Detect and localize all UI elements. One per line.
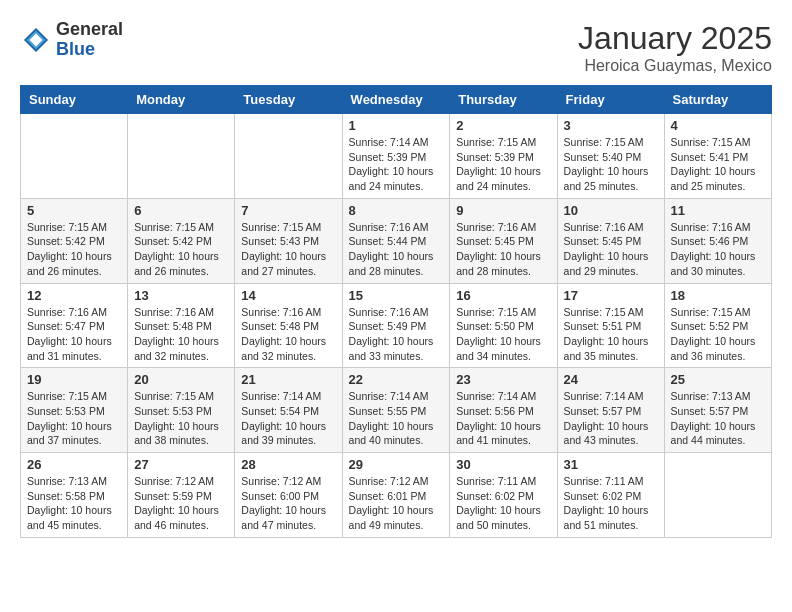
day-number: 16 [456,288,550,303]
table-row: 6Sunrise: 7:15 AM Sunset: 5:42 PM Daylig… [128,198,235,283]
day-number: 27 [134,457,228,472]
day-info: Sunrise: 7:14 AM Sunset: 5:57 PM Dayligh… [564,389,658,448]
table-row: 29Sunrise: 7:12 AM Sunset: 6:01 PM Dayli… [342,453,450,538]
day-info: Sunrise: 7:14 AM Sunset: 5:39 PM Dayligh… [349,135,444,194]
table-row: 13Sunrise: 7:16 AM Sunset: 5:48 PM Dayli… [128,283,235,368]
day-number: 23 [456,372,550,387]
calendar-day-header: Sunday [21,86,128,114]
calendar-table: SundayMondayTuesdayWednesdayThursdayFrid… [20,85,772,538]
day-number: 14 [241,288,335,303]
day-info: Sunrise: 7:13 AM Sunset: 5:58 PM Dayligh… [27,474,121,533]
day-info: Sunrise: 7:16 AM Sunset: 5:48 PM Dayligh… [241,305,335,364]
calendar-day-header: Wednesday [342,86,450,114]
calendar-day-header: Thursday [450,86,557,114]
table-row: 21Sunrise: 7:14 AM Sunset: 5:54 PM Dayli… [235,368,342,453]
calendar-header-row: SundayMondayTuesdayWednesdayThursdayFrid… [21,86,772,114]
day-number: 19 [27,372,121,387]
table-row: 9Sunrise: 7:16 AM Sunset: 5:45 PM Daylig… [450,198,557,283]
day-info: Sunrise: 7:15 AM Sunset: 5:39 PM Dayligh… [456,135,550,194]
day-info: Sunrise: 7:12 AM Sunset: 6:01 PM Dayligh… [349,474,444,533]
day-number: 30 [456,457,550,472]
table-row: 20Sunrise: 7:15 AM Sunset: 5:53 PM Dayli… [128,368,235,453]
table-row: 16Sunrise: 7:15 AM Sunset: 5:50 PM Dayli… [450,283,557,368]
day-number: 11 [671,203,765,218]
table-row: 4Sunrise: 7:15 AM Sunset: 5:41 PM Daylig… [664,114,771,199]
day-info: Sunrise: 7:13 AM Sunset: 5:57 PM Dayligh… [671,389,765,448]
day-info: Sunrise: 7:15 AM Sunset: 5:41 PM Dayligh… [671,135,765,194]
calendar-week-row: 5Sunrise: 7:15 AM Sunset: 5:42 PM Daylig… [21,198,772,283]
table-row: 27Sunrise: 7:12 AM Sunset: 5:59 PM Dayli… [128,453,235,538]
calendar-week-row: 26Sunrise: 7:13 AM Sunset: 5:58 PM Dayli… [21,453,772,538]
day-number: 8 [349,203,444,218]
table-row: 17Sunrise: 7:15 AM Sunset: 5:51 PM Dayli… [557,283,664,368]
table-row [128,114,235,199]
day-info: Sunrise: 7:15 AM Sunset: 5:42 PM Dayligh… [27,220,121,279]
calendar-day-header: Saturday [664,86,771,114]
table-row: 10Sunrise: 7:16 AM Sunset: 5:45 PM Dayli… [557,198,664,283]
table-row [235,114,342,199]
day-number: 3 [564,118,658,133]
table-row: 15Sunrise: 7:16 AM Sunset: 5:49 PM Dayli… [342,283,450,368]
day-info: Sunrise: 7:14 AM Sunset: 5:56 PM Dayligh… [456,389,550,448]
month-title: January 2025 [578,20,772,57]
day-number: 5 [27,203,121,218]
table-row: 7Sunrise: 7:15 AM Sunset: 5:43 PM Daylig… [235,198,342,283]
table-row: 23Sunrise: 7:14 AM Sunset: 5:56 PM Dayli… [450,368,557,453]
day-info: Sunrise: 7:15 AM Sunset: 5:43 PM Dayligh… [241,220,335,279]
day-number: 18 [671,288,765,303]
table-row: 18Sunrise: 7:15 AM Sunset: 5:52 PM Dayli… [664,283,771,368]
day-number: 24 [564,372,658,387]
day-number: 29 [349,457,444,472]
logo: General Blue [20,20,123,60]
day-info: Sunrise: 7:16 AM Sunset: 5:49 PM Dayligh… [349,305,444,364]
day-number: 26 [27,457,121,472]
calendar-week-row: 19Sunrise: 7:15 AM Sunset: 5:53 PM Dayli… [21,368,772,453]
day-info: Sunrise: 7:16 AM Sunset: 5:45 PM Dayligh… [456,220,550,279]
day-info: Sunrise: 7:16 AM Sunset: 5:46 PM Dayligh… [671,220,765,279]
day-number: 12 [27,288,121,303]
day-number: 22 [349,372,444,387]
day-number: 4 [671,118,765,133]
table-row: 1Sunrise: 7:14 AM Sunset: 5:39 PM Daylig… [342,114,450,199]
table-row [21,114,128,199]
day-number: 20 [134,372,228,387]
table-row: 5Sunrise: 7:15 AM Sunset: 5:42 PM Daylig… [21,198,128,283]
day-info: Sunrise: 7:15 AM Sunset: 5:40 PM Dayligh… [564,135,658,194]
day-number: 17 [564,288,658,303]
day-number: 13 [134,288,228,303]
day-info: Sunrise: 7:12 AM Sunset: 5:59 PM Dayligh… [134,474,228,533]
day-number: 10 [564,203,658,218]
day-number: 9 [456,203,550,218]
table-row: 19Sunrise: 7:15 AM Sunset: 5:53 PM Dayli… [21,368,128,453]
table-row: 14Sunrise: 7:16 AM Sunset: 5:48 PM Dayli… [235,283,342,368]
day-info: Sunrise: 7:15 AM Sunset: 5:51 PM Dayligh… [564,305,658,364]
table-row: 3Sunrise: 7:15 AM Sunset: 5:40 PM Daylig… [557,114,664,199]
table-row: 24Sunrise: 7:14 AM Sunset: 5:57 PM Dayli… [557,368,664,453]
logo-text: General Blue [56,20,123,60]
logo-icon [20,24,52,56]
calendar-day-header: Monday [128,86,235,114]
table-row: 30Sunrise: 7:11 AM Sunset: 6:02 PM Dayli… [450,453,557,538]
day-number: 1 [349,118,444,133]
day-info: Sunrise: 7:15 AM Sunset: 5:53 PM Dayligh… [134,389,228,448]
day-info: Sunrise: 7:16 AM Sunset: 5:45 PM Dayligh… [564,220,658,279]
day-number: 21 [241,372,335,387]
logo-general: General [56,20,123,40]
table-row: 22Sunrise: 7:14 AM Sunset: 5:55 PM Dayli… [342,368,450,453]
day-number: 6 [134,203,228,218]
day-number: 31 [564,457,658,472]
day-info: Sunrise: 7:14 AM Sunset: 5:54 PM Dayligh… [241,389,335,448]
day-info: Sunrise: 7:12 AM Sunset: 6:00 PM Dayligh… [241,474,335,533]
day-info: Sunrise: 7:16 AM Sunset: 5:48 PM Dayligh… [134,305,228,364]
calendar-week-row: 12Sunrise: 7:16 AM Sunset: 5:47 PM Dayli… [21,283,772,368]
day-number: 2 [456,118,550,133]
table-row: 31Sunrise: 7:11 AM Sunset: 6:02 PM Dayli… [557,453,664,538]
day-number: 25 [671,372,765,387]
day-number: 15 [349,288,444,303]
location: Heroica Guaymas, Mexico [578,57,772,75]
page-header: General Blue January 2025 Heroica Guayma… [20,20,772,75]
logo-blue: Blue [56,40,123,60]
calendar-day-header: Friday [557,86,664,114]
table-row: 2Sunrise: 7:15 AM Sunset: 5:39 PM Daylig… [450,114,557,199]
table-row: 12Sunrise: 7:16 AM Sunset: 5:47 PM Dayli… [21,283,128,368]
